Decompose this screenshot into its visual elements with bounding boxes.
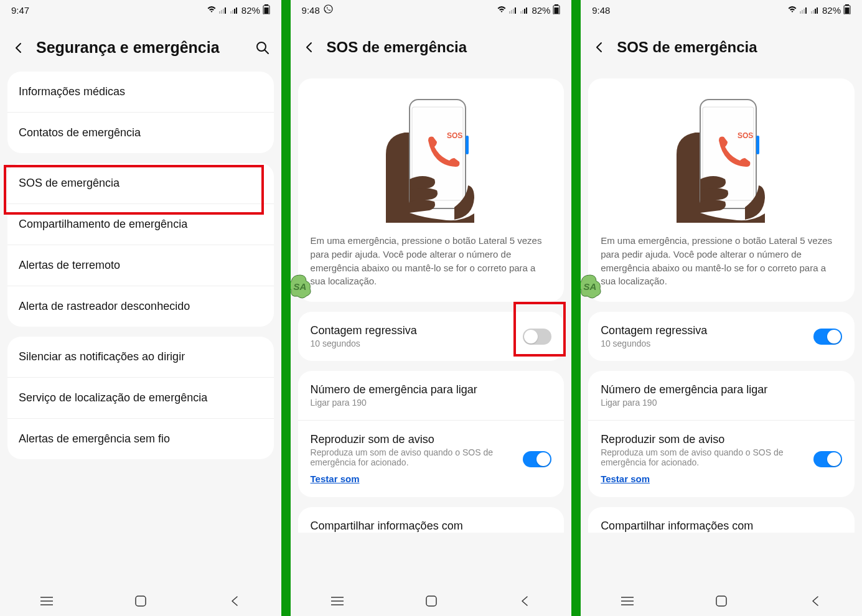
svg-rect-43	[815, 9, 816, 14]
countdown-sub: 10 segundos	[601, 338, 813, 348]
status-time: 9:48	[302, 5, 320, 16]
battery-percent: 82%	[241, 5, 260, 16]
screen-3-sos-countdown-on: 9:48 82% SOS de emergência SOS	[581, 0, 862, 616]
status-bar: 9:48 82%	[581, 0, 862, 20]
svg-rect-24	[524, 9, 525, 14]
share-info-title: Compartilhar informações com	[311, 520, 552, 533]
svg-rect-0	[219, 11, 220, 14]
test-sound-link[interactable]: Testar som	[601, 474, 650, 484]
signal-icon	[800, 5, 808, 16]
status-bar: 9:48 82%	[291, 0, 572, 20]
svg-rect-5	[232, 10, 233, 14]
countdown-card: Contagem regressiva 10 segundos	[298, 312, 565, 361]
home-button[interactable]	[714, 594, 729, 609]
recents-button[interactable]	[330, 594, 345, 609]
emergency-number-row[interactable]: Número de emergência para ligar Ligar pa…	[588, 371, 855, 421]
svg-rect-39	[803, 9, 805, 14]
emergency-number-sub: Ligar para 190	[601, 398, 842, 408]
item-wireless-alerts[interactable]: Alertas de emergência sem fio	[7, 419, 274, 459]
recents-button[interactable]	[620, 594, 635, 609]
svg-rect-42	[813, 10, 814, 14]
svg-rect-25	[526, 7, 527, 14]
whatsapp-icon	[324, 4, 333, 16]
share-info-title: Compartilhar informações com	[601, 520, 842, 533]
svg-line-12	[265, 50, 268, 54]
item-emergency-contacts[interactable]: Contatos de emergência	[7, 113, 274, 153]
warning-sound-title: Reproduzir som de aviso	[601, 433, 813, 446]
wifi-icon	[207, 5, 217, 16]
countdown-toggle[interactable]	[523, 329, 551, 345]
svg-rect-37	[800, 11, 801, 14]
svg-text:SA: SA	[584, 281, 597, 292]
svg-rect-50	[756, 136, 759, 154]
signal-icon-2	[230, 5, 239, 16]
screen-2-sos-countdown-off: 9:48 82% SOS de emergência	[291, 0, 572, 616]
page-title: SOS de emergência	[617, 39, 851, 56]
svg-rect-36	[426, 596, 436, 606]
settings-group-2: SOS de emergência Compartilhamento de em…	[7, 163, 274, 327]
header: SOS de emergência	[581, 20, 862, 71]
options-card: Número de emergência para ligar Ligar pa…	[588, 371, 855, 497]
sos-description: Em uma emergência, pressione o botão Lat…	[311, 234, 552, 288]
search-button[interactable]	[255, 40, 270, 55]
emergency-number-sub: Ligar para 190	[311, 398, 552, 408]
nav-back-button[interactable]	[808, 594, 823, 609]
svg-rect-44	[817, 7, 818, 14]
back-button[interactable]	[11, 40, 26, 55]
screen-1-safety-emergency: 9:47 82% Segurança e emergência Informaç…	[0, 0, 281, 616]
page-title: SOS de emergência	[327, 39, 561, 56]
warning-sound-toggle[interactable]	[523, 451, 551, 467]
back-button[interactable]	[592, 40, 607, 55]
svg-rect-56	[716, 596, 726, 606]
countdown-title: Contagem regressiva	[311, 324, 523, 337]
item-emergency-location[interactable]: Serviço de localização de emergência	[7, 378, 274, 419]
svg-rect-3	[225, 7, 226, 14]
svg-rect-47	[845, 7, 850, 14]
nav-back-button[interactable]	[517, 594, 532, 609]
status-time: 9:47	[11, 5, 29, 16]
sos-description: Em uma emergência, pressione o botão Lat…	[601, 234, 842, 288]
warning-sound-sub: Reproduza um som de aviso quando o SOS d…	[311, 447, 523, 467]
signal-icon-2	[520, 5, 529, 16]
item-silence-driving[interactable]: Silenciar as notificações ao dirigir	[7, 337, 274, 378]
settings-group-3: Silenciar as notificações ao dirigir Ser…	[7, 337, 274, 459]
svg-rect-28	[555, 7, 559, 14]
countdown-toggle[interactable]	[813, 329, 842, 345]
item-unknown-tracker[interactable]: Alerta de rastreador desconhecido	[7, 286, 274, 327]
test-sound-link[interactable]: Testar som	[311, 474, 360, 484]
signal-icon	[509, 5, 518, 16]
item-medical-info[interactable]: Informações médicas	[7, 72, 274, 113]
home-button[interactable]	[133, 594, 148, 609]
settings-group-1: Informações médicas Contatos de emergênc…	[7, 72, 274, 153]
emergency-number-row[interactable]: Número de emergência para ligar Ligar pa…	[298, 371, 565, 421]
back-button[interactable]	[302, 40, 317, 55]
item-sos-emergency[interactable]: SOS de emergência	[7, 163, 274, 204]
warning-sound-title: Reproduzir som de aviso	[311, 433, 523, 446]
countdown-title: Contagem regressiva	[601, 324, 813, 337]
home-button[interactable]	[424, 594, 439, 609]
countdown-row[interactable]: Contagem regressiva 10 segundos	[298, 312, 565, 361]
svg-rect-41	[811, 11, 812, 14]
countdown-row[interactable]: Contagem regressiva 10 segundos	[588, 312, 855, 361]
item-emergency-sharing[interactable]: Compartilhamento de emergência	[7, 204, 274, 245]
item-earthquake-alerts[interactable]: Alertas de terremoto	[7, 245, 274, 286]
sos-label: SOS	[447, 131, 462, 140]
countdown-card: Contagem regressiva 10 segundos	[588, 312, 855, 361]
nav-back-button[interactable]	[227, 594, 242, 609]
watermark-badge: SA	[581, 274, 602, 299]
svg-rect-20	[513, 9, 514, 14]
countdown-sub: 10 segundos	[311, 338, 523, 348]
warning-sound-row[interactable]: Reproduzir som de aviso Reproduza um som…	[588, 421, 855, 497]
svg-rect-21	[515, 7, 516, 14]
page-title: Segurança e emergência	[36, 39, 245, 57]
svg-rect-38	[802, 10, 803, 14]
share-info-card-peek[interactable]: Compartilhar informações com	[298, 507, 565, 533]
recents-button[interactable]	[39, 594, 54, 609]
warning-sound-toggle[interactable]	[813, 451, 842, 467]
warning-sound-row[interactable]: Reproduzir som de aviso Reproduza um som…	[298, 421, 565, 497]
header: SOS de emergência	[291, 20, 572, 71]
svg-rect-2	[223, 9, 224, 14]
svg-rect-22	[520, 11, 522, 14]
share-info-card-peek[interactable]: Compartilhar informações com	[588, 507, 855, 533]
navigation-bar	[291, 586, 572, 616]
